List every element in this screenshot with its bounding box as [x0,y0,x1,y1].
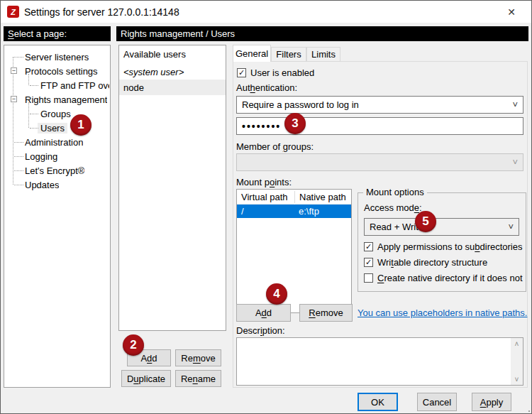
collapse-icon[interactable]: − [11,67,17,74]
checked-checkbox-icon: ✓ [364,242,373,251]
placeholders-help-link[interactable]: You can use placeholders in native paths… [358,307,527,318]
annotation-badge-2: 2 [123,334,144,356]
select-a-page-header: Select a page: [4,26,111,41]
sidebar-item-groups[interactable]: Groups [5,107,109,121]
column-header-native-path[interactable]: Native path [295,190,351,205]
chevron-down-icon: ˅ [508,222,514,231]
chevron-down-icon: ˅ [512,100,518,109]
user-enabled-label: User is enabled [250,67,314,78]
remove-mount-point-button[interactable]: Remove [299,304,353,322]
tree-connector [30,114,38,114]
chevron-down-icon: ˅ [512,158,518,167]
column-divider[interactable] [294,191,295,203]
sidebar-item-lets-encrypt[interactable]: Let's Encrypt® [5,163,109,178]
sidebar-item-server-listeners[interactable]: Server listeners [5,50,109,64]
authentication-select[interactable]: Require a password to log in ˅ [236,96,523,114]
ok-button[interactable]: OK [358,393,398,411]
remove-user-button[interactable]: Remove [175,349,221,366]
settings-dialog: Z Settings for server 127.0.0.1:14148 ✕ … [0,0,532,414]
apply-button[interactable]: Apply [472,393,511,411]
duplicate-user-button[interactable]: Duplicate [121,370,171,387]
tree-connector [14,142,23,143]
tree-connector [14,170,23,171]
tree-connector [30,85,38,86]
tree-connector [14,185,23,185]
page-tree: Server listeners − Protocols settings FT… [4,45,111,388]
cancel-button[interactable]: Cancel [417,393,457,411]
annotation-badge-1: 1 [70,114,92,136]
checked-checkbox-icon: ✓ [237,68,246,77]
access-mode-label: Access mode: [364,201,422,214]
description-textarea[interactable]: ˄ ˅ [236,337,523,386]
tree-connector [30,128,38,129]
breadcrumb: Rights management / Users [116,26,528,41]
description-label: Description: [236,324,285,337]
add-mount-point-button[interactable]: Add [236,304,291,322]
scroll-up-icon[interactable]: ˄ [511,338,523,349]
mount-points-table: Virtual path Native path / e:\ftp [236,189,352,313]
sidebar-item-updates[interactable]: Updates [5,178,109,192]
sidebar-item-rights-management[interactable]: − Rights management [5,92,109,107]
sidebar-item-ftp[interactable]: FTP and FTP over [5,78,109,92]
scroll-down-icon[interactable]: ˅ [511,374,523,385]
tree-connector [14,156,23,157]
member-of-groups-select[interactable]: ˅ [236,153,523,171]
table-row-mount-point[interactable]: / e:\ftp [237,205,351,218]
writable-structure-checkbox[interactable]: ✓ Writable directory structure [364,257,487,268]
unchecked-checkbox-icon [364,273,373,283]
tab-limits[interactable]: Limits [306,47,340,62]
password-field[interactable]: •••••••• [236,117,523,135]
title-bar: Z Settings for server 127.0.0.1:14148 ✕ [1,1,531,23]
mount-points-label: Mount points: [236,175,292,188]
close-button[interactable]: ✕ [496,1,527,23]
filezilla-server-icon: Z [7,6,19,18]
sidebar-item-protocols-settings[interactable]: − Protocols settings [5,64,109,78]
list-item-node[interactable]: node [119,80,226,95]
checked-checkbox-icon: ✓ [364,258,373,267]
close-icon: ✕ [507,6,516,18]
available-users-list: Available users <system user> node [118,45,226,331]
sidebar-item-administration[interactable]: Administration [5,135,109,149]
scrollbar[interactable]: ˄ ˅ [511,338,523,385]
create-native-directory-checkbox[interactable]: Create native directory if it does not [364,273,523,283]
resize-grip[interactable] [526,408,527,409]
tree-connector [14,57,23,58]
access-mode-select[interactable]: Read + Write ˅ [364,218,519,236]
column-header-virtual-path[interactable]: Virtual path [237,190,294,205]
list-item-system-user[interactable]: <system user> [119,64,226,80]
user-enabled-checkbox[interactable]: ✓ User is enabled [237,67,314,78]
sidebar-item-users[interactable]: Users [5,121,109,135]
collapse-icon[interactable]: − [11,96,17,102]
annotation-badge-5: 5 [415,211,436,232]
rename-user-button[interactable]: Rename [175,370,221,387]
member-of-groups-label: Member of groups: [236,140,314,153]
annotation-badge-4: 4 [266,283,287,305]
sidebar-item-logging[interactable]: Logging [5,149,109,163]
apply-permissions-checkbox[interactable]: ✓ Apply permissions to subdirectories [364,241,522,252]
available-users-header: Available users [119,45,226,62]
tab-filters[interactable]: Filters [271,47,306,62]
annotation-badge-3: 3 [284,113,306,134]
authentication-label: Authentication: [236,81,297,94]
window-title: Settings for server 127.0.0.1:14148 [24,1,179,23]
tab-general[interactable]: General [233,45,271,62]
mount-options-legend: Mount options [363,187,427,197]
